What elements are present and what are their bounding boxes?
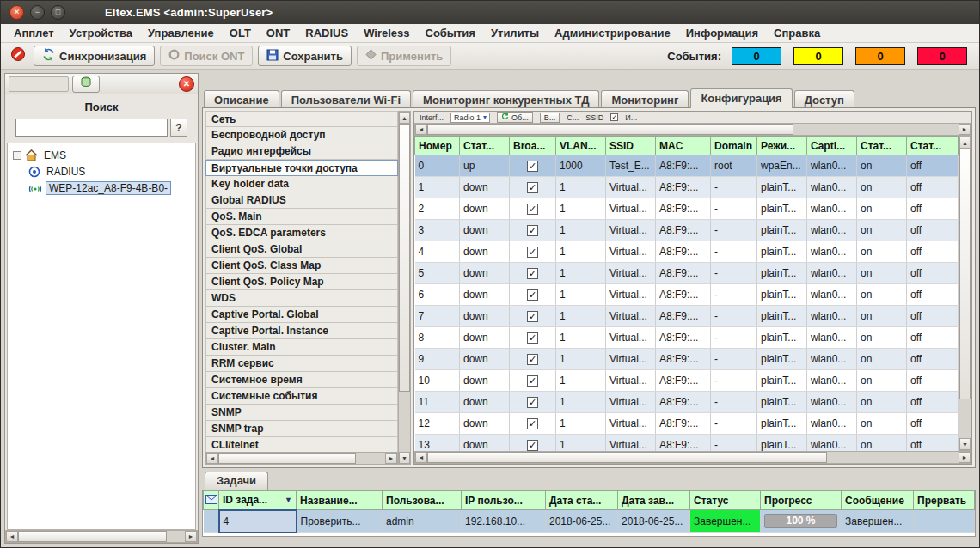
vap-bottom-hscrollbar[interactable]: ◄ ► [414, 451, 971, 464]
config-nav-hscrollbar[interactable]: ◄ ► [205, 452, 398, 465]
task-row-4[interactable]: 4Проверить...admin192.168.10...2018-06-2… [204, 510, 975, 533]
tasks-column-header-6[interactable]: Статус [690, 491, 761, 510]
menu-item-RADIUS[interactable]: RADIUS [297, 25, 356, 41]
vap-column-header-2[interactable]: Broa... [510, 137, 556, 155]
vap-row-4[interactable]: 4down✓1Virtual...A8:F9:...-plainT...wlan… [415, 241, 959, 263]
menu-item-События[interactable]: События [418, 25, 483, 41]
vap-column-header-9[interactable]: Стат... [857, 137, 907, 155]
vap-column-header-0[interactable]: Номер [415, 137, 460, 155]
vap-row-12[interactable]: 12down✓1Virtual...A8:F9:...-plainT...wla… [415, 413, 959, 435]
broadcast-checkbox[interactable]: ✓ [527, 354, 538, 365]
vap-column-header-10[interactable]: Стат... [907, 137, 959, 155]
tree-node-EMS[interactable]: −EMS [9, 147, 193, 163]
config-nav-item-SNMP trap[interactable]: SNMP trap [205, 421, 398, 437]
scroll-left-icon[interactable]: ◄ [206, 453, 218, 464]
config-nav-item-Captive Portal. Instance[interactable]: Captive Portal. Instance [205, 323, 398, 339]
scroll-left-icon[interactable]: ◄ [415, 452, 427, 463]
radio-combo[interactable]: Radio 1 ▾ [450, 113, 490, 123]
tree-panel-close-icon[interactable]: ✕ [179, 76, 194, 92]
scroll-thumb[interactable] [399, 124, 410, 392]
menu-item-Информация[interactable]: Информация [678, 25, 766, 41]
disconnect-button[interactable] [8, 46, 28, 66]
search-ont-button[interactable]: Поиск ONT [160, 46, 253, 66]
menu-item-Wireless[interactable]: Wireless [356, 25, 417, 41]
menu-item-ONT[interactable]: ONT [259, 25, 297, 41]
tasks-column-header-0[interactable]: ID зада...▼ [219, 491, 297, 510]
scroll-track[interactable] [793, 124, 959, 135]
broadcast-checkbox[interactable]: ✓ [527, 289, 538, 301]
config-nav-item-Сеть[interactable]: Сеть [205, 111, 398, 127]
config-nav-item-Cluster. Main[interactable]: Cluster. Main [205, 339, 398, 356]
vap-column-header-1[interactable]: Стат... [460, 137, 510, 155]
scroll-thumb[interactable] [218, 453, 356, 464]
vap-column-header-7[interactable]: Режи... [757, 137, 807, 155]
vap-row-5[interactable]: 5down✓1Virtual...A8:F9:...-plainT...wlan… [415, 263, 959, 284]
vap-row-3[interactable]: 3down✓1Virtual...A8:F9:...-plainT...wlan… [415, 220, 959, 241]
config-nav-item-Captive Portal. Global[interactable]: Captive Portal. Global [205, 307, 398, 323]
vap-row-7[interactable]: 7down✓1Virtual...A8:F9:...-plainT...wlan… [415, 306, 959, 327]
broadcast-checkbox[interactable]: ✓ [527, 247, 538, 258]
broadcast-checkbox[interactable]: ✓ [527, 440, 538, 451]
vap-row-2[interactable]: 2down✓1Virtual...A8:F9:...-plainT...wlan… [415, 198, 959, 220]
tree-expand-handle-icon[interactable]: − [13, 151, 21, 160]
config-nav-item-Client QoS. Global[interactable]: Client QoS. Global [205, 241, 398, 258]
vap-row-11[interactable]: 11down✓1Virtual...A8:F9:...-plainT...wla… [415, 392, 959, 413]
window-close-icon[interactable]: ✕ [9, 5, 24, 20]
window-minimize-icon[interactable]: − [30, 5, 45, 20]
vap-column-header-5[interactable]: MAC [656, 137, 711, 155]
tree-node-WEP-12ac_A8-F9-4B-B0-[interactable]: WEP-12ac_A8-F9-4B-B0- [9, 180, 193, 196]
config-nav-item-Системное время[interactable]: Системное время [205, 372, 398, 388]
ssid-checkbox[interactable]: ✓ [610, 113, 618, 121]
tab-Описание[interactable]: Описание [204, 90, 279, 108]
config-nav-item-Global RADIUS[interactable]: Global RADIUS [205, 192, 398, 209]
vap-column-header-8[interactable]: Capti... [807, 137, 857, 155]
scroll-thumb[interactable] [18, 531, 167, 542]
vap-row-8[interactable]: 8down✓1Virtual...A8:F9:...-plainT...wlan… [415, 327, 959, 349]
broadcast-checkbox[interactable]: ✓ [527, 268, 538, 279]
scroll-track[interactable] [356, 453, 385, 464]
vap-row-6[interactable]: 6down✓1Virtual...A8:F9:...-plainT...wlan… [415, 284, 959, 306]
tree-refresh-button[interactable] [72, 76, 100, 93]
vap-column-header-6[interactable]: Domain [711, 137, 757, 155]
sort-icon[interactable]: ▼ [285, 496, 292, 504]
scroll-up-icon[interactable]: ▲ [959, 137, 971, 149]
vap-row-10[interactable]: 10down✓1Virtual...A8:F9:...-plainT...wla… [415, 370, 959, 392]
tasks-column-header-2[interactable]: Пользова... [383, 491, 462, 510]
event-counter-2[interactable]: 0 [855, 47, 905, 65]
config-nav-item-Системные события[interactable]: Системные события [205, 388, 398, 405]
vap-vscrollbar[interactable]: ▲ ▼ [959, 136, 971, 451]
config-nav-item-QoS. EDCA parameters[interactable]: QoS. EDCA parameters [205, 225, 398, 241]
broadcast-checkbox[interactable]: ✓ [527, 225, 538, 236]
config-nav-item-WDS[interactable]: WDS [205, 290, 398, 307]
scroll-thumb[interactable] [427, 452, 827, 463]
config-nav-item-Client QoS. Class Map[interactable]: Client QoS. Class Map [205, 258, 398, 274]
tab-tasks[interactable]: Задачи [205, 472, 268, 490]
event-counter-0[interactable]: 0 [732, 47, 781, 65]
tasks-column-header-4[interactable]: Дата ста... [546, 491, 618, 510]
event-counter-1[interactable]: 0 [793, 47, 843, 65]
tab-Конфигурация[interactable]: Конфигурация [690, 88, 792, 108]
tasks-column-header-5[interactable]: Дата зав... [618, 491, 690, 510]
menu-item-Утилиты[interactable]: Утилиты [483, 25, 547, 41]
apply-button[interactable]: Применить [357, 46, 451, 66]
menu-item-Администрирование[interactable]: Администрирование [547, 25, 678, 41]
tasks-column-header-8[interactable]: Сообщение [842, 491, 914, 510]
save-button[interactable]: Сохранить [258, 46, 352, 66]
scroll-right-icon[interactable]: ► [959, 124, 971, 135]
enable-button[interactable]: В... [540, 113, 560, 123]
vap-row-1[interactable]: 1down✓1Virtual...A8:F9:...-plainT...wlan… [415, 177, 959, 198]
scroll-thumb[interactable] [959, 149, 971, 399]
refresh-button[interactable]: Об... [497, 112, 533, 123]
tab-Мониторинг[interactable]: Мониторинг [601, 90, 689, 108]
tree-search-input[interactable] [15, 119, 168, 137]
tree-hscrollbar[interactable]: ◄ ► [5, 530, 198, 543]
broadcast-checkbox[interactable]: ✓ [527, 161, 538, 172]
scroll-down-icon[interactable]: ▼ [959, 438, 971, 450]
vap-column-header-4[interactable]: SSID [606, 137, 656, 155]
menu-item-Устройства[interactable]: Устройства [62, 25, 140, 41]
scroll-track[interactable] [959, 399, 971, 438]
config-nav-item-Радио интерфейсы[interactable]: Радио интерфейсы [205, 143, 398, 160]
tasks-column-header-1[interactable]: Название... [297, 491, 383, 510]
menu-item-Управление[interactable]: Управление [140, 25, 222, 41]
broadcast-checkbox[interactable]: ✓ [527, 204, 538, 215]
